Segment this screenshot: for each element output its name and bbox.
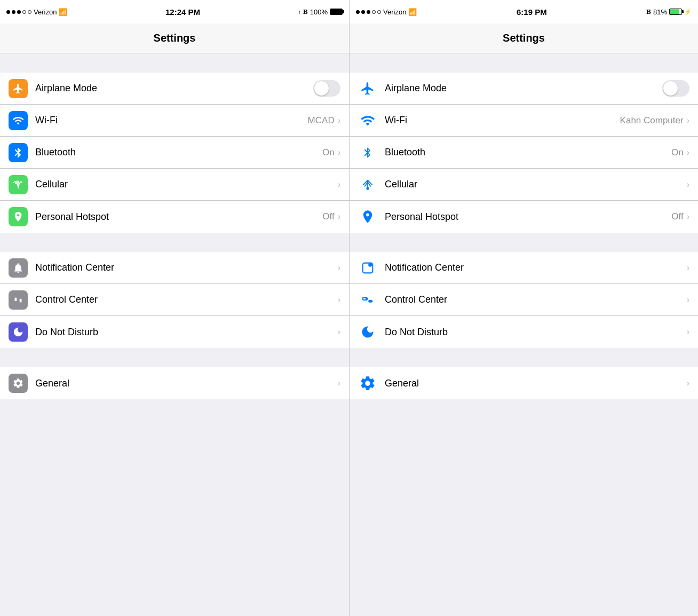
hotspot-value-2: Off xyxy=(671,211,683,222)
bluetooth-svg-1 xyxy=(12,147,24,159)
row-hotspot-2[interactable]: Personal Hotspot Off › xyxy=(350,201,698,233)
section-gap-1a xyxy=(0,53,349,73)
notifications-chevron-1: › xyxy=(338,263,340,273)
general-row-icon-1 xyxy=(9,374,28,393)
row-general-2[interactable]: General › xyxy=(350,367,698,399)
section-2-notifications: Notification Center › Control Center › xyxy=(0,252,349,348)
signal-dot-5 xyxy=(28,10,31,14)
dnd-row-icon-2 xyxy=(358,322,377,342)
battery-percent-1: 100% xyxy=(310,8,328,16)
row-general-1[interactable]: General › xyxy=(0,367,349,399)
row-bluetooth-1[interactable]: Bluetooth On › xyxy=(0,137,349,169)
control-center-chevron-1: › xyxy=(338,295,340,305)
row-cellular-2[interactable]: Cellular › xyxy=(350,169,698,201)
section-gap-2b xyxy=(350,233,698,252)
wifi-value-1: MCAD xyxy=(308,115,335,126)
control-center-label-1: Control Center xyxy=(35,294,338,305)
signal-dot-1 xyxy=(6,10,10,14)
nav-bar-1: Settings xyxy=(0,23,349,53)
airplane-toggle-knob-1 xyxy=(314,81,329,96)
general-chevron-1: › xyxy=(338,378,340,388)
control-center-label-2: Control Center xyxy=(385,294,687,305)
dnd-svg-1 xyxy=(12,326,24,338)
row-wifi-2[interactable]: Wi-Fi Kahn Computer › xyxy=(350,105,698,137)
section-gap-2a xyxy=(350,53,698,73)
control-center-row-icon-2 xyxy=(358,290,377,310)
svg-point-5 xyxy=(367,180,368,181)
wifi-icon-1: 📶 xyxy=(59,8,67,16)
hotspot-label-1: Personal Hotspot xyxy=(35,211,322,223)
cellular-label-2: Cellular xyxy=(385,179,687,190)
airplane-svg-2 xyxy=(360,81,375,96)
general-label-1: General xyxy=(35,378,338,389)
row-bluetooth-2[interactable]: Bluetooth On › xyxy=(350,137,698,169)
battery-body-2 xyxy=(669,9,682,15)
airplane-mode-label-2: Airplane Mode xyxy=(385,83,662,94)
status-left-1: Verizon 📶 xyxy=(6,8,67,16)
section-2-connectivity: Airplane Mode Wi-Fi Kahn Computer › xyxy=(350,73,698,233)
dnd-label-1: Do Not Disturb xyxy=(35,327,338,338)
row-hotspot-1[interactable]: Personal Hotspot Off › xyxy=(0,201,349,233)
row-notifications-2[interactable]: Notification Center › xyxy=(350,252,698,284)
svg-point-2 xyxy=(19,298,22,301)
airplane-mode-label-1: Airplane Mode xyxy=(35,83,313,94)
status-bar-2: Verizon 📶 6:19 PM B 81% ⚡ xyxy=(350,0,698,23)
row-airplane-mode-1[interactable]: Airplane Mode xyxy=(0,73,349,105)
hotspot-row-icon-1 xyxy=(9,207,28,226)
time-1: 12:24 PM xyxy=(165,7,200,17)
bluetooth-svg-2 xyxy=(362,147,374,159)
airplane-toggle-1[interactable] xyxy=(313,80,340,97)
signal-dots-1 xyxy=(6,10,31,14)
row-control-center-1[interactable]: Control Center › xyxy=(0,284,349,316)
svg-point-8 xyxy=(368,263,372,266)
airplane-svg-1 xyxy=(12,83,24,94)
general-chevron-2: › xyxy=(687,378,689,388)
carrier-2: Verizon xyxy=(383,8,406,16)
carrier-1: Verizon xyxy=(34,8,57,16)
dnd-chevron-1: › xyxy=(338,327,340,337)
battery-percent-2: 81% xyxy=(653,8,667,16)
dnd-svg-2 xyxy=(360,325,375,339)
bluetooth-row-icon-1 xyxy=(9,143,28,162)
hotspot-svg-1 xyxy=(12,211,24,223)
section-gap-1c xyxy=(0,348,349,367)
general-row-icon-2 xyxy=(358,374,377,393)
svg-point-6 xyxy=(367,187,369,189)
time-2: 6:19 PM xyxy=(517,7,547,17)
wifi-row-icon-1 xyxy=(9,111,28,130)
row-wifi-1[interactable]: Wi-Fi MCAD › xyxy=(0,105,349,137)
airplane-toggle-2[interactable] xyxy=(662,80,689,97)
bluetooth-label-1: Bluetooth xyxy=(35,147,322,158)
notifications-chevron-2: › xyxy=(687,263,689,273)
signal-dot-2 xyxy=(12,10,15,14)
airplane-mode-icon-1 xyxy=(9,79,28,98)
hotspot-chevron-1: › xyxy=(338,212,340,222)
signal-dot2-4 xyxy=(372,10,376,14)
signal-dot2-1 xyxy=(356,10,360,14)
signal-dot2-3 xyxy=(367,10,370,14)
notifications-row-icon-1 xyxy=(9,258,28,278)
notifications-svg-2 xyxy=(360,260,375,275)
notifications-svg-1 xyxy=(12,262,24,274)
wifi-icon-2: 📶 xyxy=(408,8,417,16)
row-control-center-2[interactable]: Control Center › xyxy=(350,284,698,316)
section-3-general-1: General › xyxy=(0,367,349,399)
bluetooth-value-2: On xyxy=(671,147,684,158)
cellular-chevron-2: › xyxy=(687,180,689,189)
row-cellular-1[interactable]: Cellular › xyxy=(0,169,349,201)
hotspot-svg-2 xyxy=(360,209,375,224)
control-center-row-icon-1 xyxy=(9,290,28,310)
signal-dot2-5 xyxy=(377,10,381,14)
dnd-label-2: Do Not Disturb xyxy=(385,327,687,338)
row-airplane-mode-2[interactable]: Airplane Mode xyxy=(350,73,698,105)
wifi-chevron-2: › xyxy=(687,116,689,125)
notifications-label-2: Notification Center xyxy=(385,262,687,273)
hotspot-chevron-2: › xyxy=(687,212,689,222)
notifications-row-icon-2 xyxy=(358,258,377,278)
row-dnd-1[interactable]: Do Not Disturb › xyxy=(0,316,349,348)
cellular-row-icon-1 xyxy=(9,175,28,194)
wifi-row-icon-2 xyxy=(358,111,377,130)
row-notifications-1[interactable]: Notification Center › xyxy=(0,252,349,284)
row-dnd-2[interactable]: Do Not Disturb › xyxy=(350,316,698,348)
battery-2 xyxy=(669,9,682,15)
